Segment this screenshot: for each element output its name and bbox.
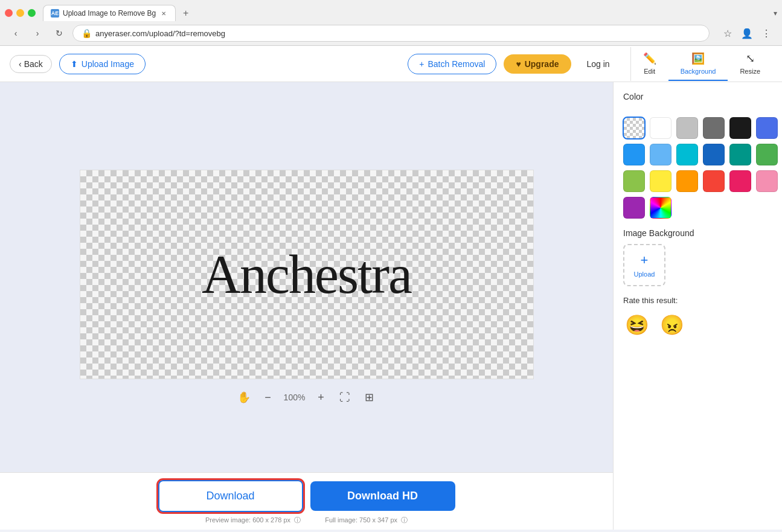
background-icon: 🖼️: [691, 52, 705, 65]
color-swatch-transparent[interactable]: [623, 117, 645, 139]
color-swatch-cyan[interactable]: [676, 144, 698, 165]
color-swatch-skyblue[interactable]: [650, 144, 671, 165]
color-swatch-purple[interactable]: [623, 197, 645, 219]
batch-label: Batch Removal: [428, 59, 485, 69]
rate-section: Rate this result: 😆 😠: [623, 296, 772, 339]
color-swatch-teal[interactable]: [729, 144, 751, 165]
pan-tool-btn[interactable]: ✋: [236, 389, 252, 406]
color-grid: [623, 117, 772, 219]
full-info-text: Full image: 750 x 347 px: [325, 516, 397, 524]
browser-right-icons: ☆ 👤 ⋮: [719, 25, 775, 42]
color-swatch-rainbow[interactable]: [650, 197, 671, 219]
zoom-in-btn[interactable]: +: [312, 389, 329, 406]
download-hd-button[interactable]: Download HD: [310, 481, 455, 511]
color-swatch-blue[interactable]: [756, 117, 778, 139]
color-swatch-black[interactable]: [729, 117, 751, 139]
tab-list-btn[interactable]: ▾: [774, 9, 777, 18]
active-tab[interactable]: AE Upload Image to Remove Bg ✕: [43, 5, 176, 21]
traffic-lights: [5, 9, 36, 17]
address-bar: ‹ › ↻ 🔒 anyeraser.com/upload/?td=removeb…: [0, 21, 782, 45]
browser-chrome: AE Upload Image to Remove Bg ✕ + ▾ ‹ › ↻…: [0, 0, 782, 46]
right-panel: Color: [613, 82, 782, 530]
color-swatch-darkblue[interactable]: [703, 144, 725, 165]
signature-text: Anchestra: [190, 242, 423, 308]
color-swatch-green[interactable]: [756, 144, 778, 165]
tab-close-btn[interactable]: ✕: [159, 9, 168, 18]
tab-title: Upload Image to Remove Bg: [63, 9, 156, 18]
color-swatch-pink[interactable]: [756, 170, 778, 192]
compare-btn[interactable]: ⊞: [361, 389, 377, 406]
toolbar-right-tools: ✏️ Edit 🖼️ Background ⤡ Resize: [630, 47, 772, 81]
happy-emoji-btn[interactable]: 😆: [623, 311, 651, 339]
back-button[interactable]: ‹ Back: [10, 55, 52, 73]
back-chevron-icon: ‹: [19, 59, 22, 69]
bottom-bar: Download Download HD Preview image: 600 …: [0, 472, 613, 530]
heart-icon: ♥: [516, 59, 521, 69]
resize-label: Resize: [740, 68, 760, 75]
security-icon: 🔒: [82, 28, 92, 38]
zoom-out-btn[interactable]: −: [260, 389, 277, 406]
angry-emoji-btn[interactable]: 😠: [658, 311, 686, 339]
main-content: Anchestra ✋ − 100% + ⛶ ⊞ Download: [0, 82, 782, 530]
canvas-area: Anchestra ✋ − 100% + ⛶ ⊞ Download: [0, 82, 613, 530]
resize-tool-btn[interactable]: ⤡ Resize: [728, 47, 772, 81]
zoom-controls: ✋ − 100% + ⛶ ⊞: [236, 389, 378, 406]
upload-icon: ⬆: [71, 59, 78, 69]
edit-icon: ✏️: [643, 52, 656, 65]
color-swatch-white[interactable]: [650, 117, 671, 139]
color-swatch-pinkred[interactable]: [729, 170, 751, 192]
back-label: Back: [24, 59, 43, 69]
download-buttons: Download Download HD: [158, 480, 455, 512]
upgrade-label: Upgrade: [525, 59, 559, 69]
reload-btn[interactable]: ↻: [51, 25, 68, 42]
full-info-icon: ⓘ: [401, 516, 408, 524]
full-info: Full image: 750 x 347 px ⓘ: [325, 516, 408, 525]
upgrade-button[interactable]: ♥ Upgrade: [504, 54, 571, 74]
upload-label: Upload Image: [82, 59, 134, 69]
address-input[interactable]: 🔒 anyeraser.com/upload/?td=removebg: [72, 25, 710, 42]
app-container: ‹ Back ⬆ Upload Image + Batch Removal ♥ …: [0, 46, 782, 530]
profile-btn[interactable]: 👤: [739, 25, 755, 42]
preview-info: Preview image: 600 x 278 px ⓘ: [205, 516, 301, 525]
color-swatch-royalblue[interactable]: [623, 144, 645, 165]
image-bg-section: Image Background + Upload: [623, 228, 772, 286]
forward-nav-btn[interactable]: ›: [29, 25, 46, 42]
preview-info-text: Preview image: 600 x 278 px: [205, 516, 290, 524]
upload-image-button[interactable]: ⬆ Upload Image: [59, 54, 146, 74]
download-button[interactable]: Download: [158, 480, 303, 512]
new-tab-btn[interactable]: +: [178, 5, 193, 21]
back-nav-btn[interactable]: ‹: [7, 25, 24, 42]
zoom-percent: 100%: [284, 393, 306, 402]
batch-removal-button[interactable]: + Batch Removal: [408, 54, 496, 74]
color-swatch-lightgray[interactable]: [676, 117, 698, 139]
resize-icon: ⤡: [746, 52, 755, 65]
color-swatch-orange[interactable]: [676, 170, 698, 192]
edit-tool-btn[interactable]: ✏️ Edit: [631, 47, 668, 81]
color-swatch-yellowgreen[interactable]: [623, 170, 645, 192]
toolbar: ‹ Back ⬆ Upload Image + Batch Removal ♥ …: [0, 46, 782, 82]
menu-btn[interactable]: ⋮: [758, 25, 775, 42]
image-bg-title: Image Background: [623, 228, 772, 238]
traffic-light-yellow[interactable]: [16, 9, 24, 17]
download-info: Preview image: 600 x 278 px ⓘ Full image…: [205, 516, 408, 525]
fit-screen-btn[interactable]: ⛶: [336, 389, 353, 406]
traffic-light-red[interactable]: [5, 9, 13, 17]
color-swatch-yellow[interactable]: [650, 170, 671, 192]
color-swatch-red[interactable]: [703, 170, 725, 192]
color-swatch-darkgray[interactable]: [703, 117, 725, 139]
background-label: Background: [681, 68, 716, 75]
login-button[interactable]: Log in: [578, 54, 618, 74]
tab-bar: AE Upload Image to Remove Bg ✕ + ▾: [0, 0, 782, 21]
upload-bg-button[interactable]: + Upload: [623, 244, 665, 286]
edit-label: Edit: [644, 68, 655, 75]
tab-favicon: AE: [51, 9, 59, 18]
traffic-light-green[interactable]: [28, 9, 36, 17]
url-text: anyeraser.com/upload/?td=removebg: [92, 29, 700, 38]
background-tool-btn[interactable]: 🖼️ Background: [668, 47, 728, 81]
bookmark-btn[interactable]: ☆: [719, 25, 736, 42]
upload-bg-plus-icon: +: [641, 252, 649, 268]
emoji-row: 😆 😠: [623, 311, 772, 339]
rate-title: Rate this result:: [623, 296, 772, 305]
image-canvas: Anchestra: [80, 170, 534, 379]
color-section-title: Color: [623, 92, 772, 101]
